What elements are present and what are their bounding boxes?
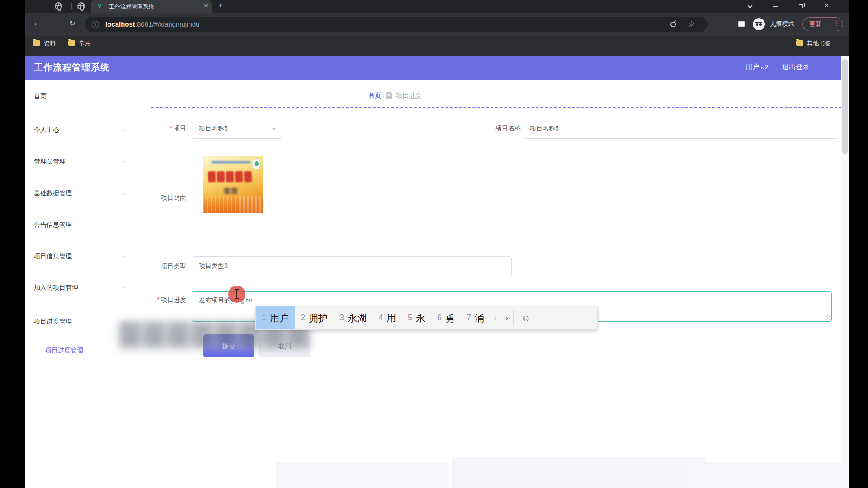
tab-bar: 工作流程管理系统 +: [25, 0, 849, 13]
chevron-down-icon: [122, 223, 125, 226]
type-value: 项目类型3: [199, 262, 228, 270]
sidebar-item-announcements[interactable]: 公告信息管理: [34, 220, 131, 229]
breadcrumb-home[interactable]: 首页: [368, 92, 381, 100]
tab-search-chevron-icon[interactable]: [747, 3, 752, 8]
recording-cursor-overlay: [228, 286, 245, 303]
main-content: 首页 项目进度 *项目 项目名称5 项目名称 项目名称5 项目封面: [140, 80, 841, 488]
sidebar-item-label: 项目信息管理: [34, 253, 72, 260]
type-input[interactable]: 项目类型3: [192, 256, 512, 276]
ime-next-page-icon[interactable]: ›: [501, 306, 513, 329]
tab-divider: [71, 3, 72, 9]
sidebar-item-project-info[interactable]: 项目信息管理: [34, 252, 131, 261]
ime-candidate-3[interactable]: 3永湖: [334, 306, 373, 329]
update-chip[interactable]: 更新: [802, 17, 843, 31]
tab-group-icon[interactable]: [738, 21, 745, 27]
chevron-down-icon: [122, 191, 125, 195]
folder-icon: [796, 40, 803, 46]
breadcrumb-separator-icon: [386, 92, 392, 99]
sidebar-item-label: 管理员管理: [34, 158, 66, 165]
textarea-resize-handle[interactable]: [826, 315, 830, 320]
incognito-badge: [753, 18, 765, 30]
reload-button[interactable]: [69, 19, 75, 28]
back-button[interactable]: [33, 18, 42, 28]
vue-favicon-icon: [98, 3, 102, 9]
window-close-button[interactable]: [824, 1, 829, 10]
globe-icon[interactable]: [55, 2, 62, 10]
breadcrumb: 首页 项目进度: [368, 92, 421, 100]
sidebar-subitem-project-progress-active[interactable]: 项目进度管理: [45, 346, 83, 355]
minimize-button[interactable]: [773, 6, 778, 7]
chevron-down-icon: [122, 254, 125, 258]
breadcrumb-current: 项目进度: [396, 92, 421, 100]
cover-red-text-blur: [208, 171, 259, 182]
progress-text: 发布项目的yong'hu: [199, 296, 253, 305]
ime-divider: [513, 310, 514, 326]
password-key-icon[interactable]: [670, 21, 677, 28]
current-user[interactable]: 用户 a2: [745, 63, 769, 71]
active-tab[interactable]: 工作流程管理系统: [91, 0, 212, 13]
globe-icon[interactable]: [77, 2, 85, 10]
ime-candidate-7[interactable]: 7涌: [461, 306, 490, 329]
faded-background-block: [276, 462, 448, 488]
text-caret: [253, 296, 253, 304]
ime-candidate-2[interactable]: 2拥护: [295, 306, 334, 329]
project-select[interactable]: 项目名称5: [192, 119, 282, 139]
sidebar-item-home[interactable]: 首页: [34, 91, 131, 100]
sidebar-item-label: 加入的项目管理: [34, 284, 78, 291]
url-text[interactable]: localhost:8081/#/xiangmujindu: [105, 20, 199, 28]
select-chevron-down-icon: [272, 128, 276, 131]
browser-toolbar: localhost:8081/#/xiangmujindu 无痕模式 更新: [25, 13, 849, 36]
forward-button[interactable]: [51, 18, 60, 28]
tab-title: 工作流程管理系统: [109, 3, 193, 11]
sidebar-item-label: 公告信息管理: [34, 221, 72, 228]
ime-candidate-1[interactable]: 1用户: [256, 306, 295, 329]
bookmark-folder[interactable]: 常用: [79, 39, 91, 47]
bookmarks-divider: [790, 39, 790, 47]
url-path: :8081/#/xiangmujindu: [135, 20, 200, 28]
faded-background-block: [687, 462, 841, 488]
chevron-down-icon: [122, 286, 125, 289]
sidebar-item-admin-management[interactable]: 管理员管理: [34, 157, 131, 166]
ime-prev-page-icon[interactable]: ‹: [490, 306, 501, 329]
ime-candidate-5[interactable]: 5永: [402, 306, 431, 329]
required-mark: *: [170, 124, 172, 131]
ime-candidate-4[interactable]: 4用: [373, 306, 402, 329]
project-label: *项目: [146, 124, 186, 132]
sidebar-item-basic-data[interactable]: 基础数据管理: [34, 188, 131, 197]
folder-icon: [33, 40, 40, 46]
bookmark-star-icon[interactable]: [688, 19, 695, 29]
faded-background-block: [452, 457, 705, 488]
progress-label: *项目进度: [141, 296, 186, 304]
ime-candidate-6[interactable]: 6勇: [431, 306, 461, 329]
browser-window: 工作流程管理系统 + localhost:8081/#/xiangmujindu…: [25, 0, 849, 488]
logout-link[interactable]: 退出登录: [782, 63, 809, 71]
header-actions: 用户 a2 退出登录: [745, 63, 809, 71]
ime-emoji-icon[interactable]: ☺: [514, 306, 537, 329]
scrollbar-thumb[interactable]: [842, 59, 848, 154]
sidebar-item-label: 首页: [34, 92, 47, 99]
project-name-input[interactable]: 项目名称5: [523, 119, 839, 139]
bookmark-folder[interactable]: 资料: [44, 39, 56, 47]
screen: 工作流程管理系统 + localhost:8081/#/xiangmujindu…: [0, 0, 868, 488]
sidebar-item-joined-projects[interactable]: 加入的项目管理: [34, 283, 131, 292]
app-title: 工作流程管理系统: [34, 61, 110, 74]
site-info-icon[interactable]: [92, 21, 99, 28]
restore-button[interactable]: [799, 4, 803, 8]
incognito-label: 无痕模式: [770, 20, 794, 28]
address-bar[interactable]: localhost:8081/#/xiangmujindu: [85, 17, 708, 32]
bookmarks-bar: 资料 常用 其他书签: [25, 36, 849, 56]
project-cover-image[interactable]: [203, 156, 263, 213]
scrollbar-track: [841, 56, 849, 488]
required-mark: *: [157, 296, 160, 303]
chevron-down-icon: [122, 160, 125, 163]
sidebar-item-label: 个人中心: [34, 126, 59, 133]
project-name-label: 项目名称: [453, 124, 521, 132]
sidebar-item-personal-center[interactable]: 个人中心: [34, 125, 131, 134]
text-cursor-icon: [236, 290, 237, 298]
new-tab-button[interactable]: +: [218, 1, 223, 10]
sidebar-item-label: 项目进度管理: [34, 318, 72, 325]
menu-kebab-icon[interactable]: [833, 20, 839, 27]
tab-close-icon[interactable]: [204, 2, 208, 10]
other-bookmarks[interactable]: 其他书签: [807, 39, 830, 47]
project-name-value: 项目名称5: [530, 125, 559, 133]
